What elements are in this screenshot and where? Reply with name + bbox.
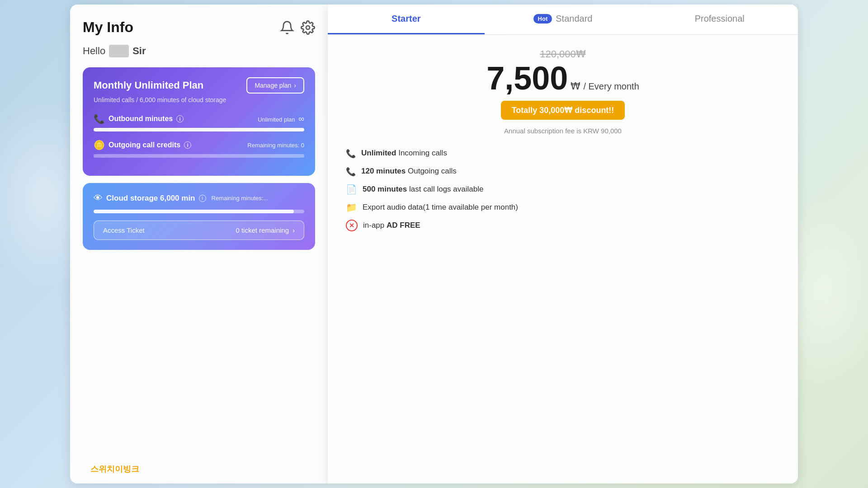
right-panel: Starter Hot Standard Professional 120,00…	[328, 5, 798, 483]
feature-call-logs: 500 minutes last call logs available	[346, 183, 780, 195]
outbound-info-icon[interactable]: i	[176, 115, 184, 122]
bottom-brand: 스위치이빙크	[90, 464, 174, 474]
feature-bold-1: Unlimited	[361, 149, 396, 157]
plan-name: Monthly Unlimited Plan	[94, 80, 203, 91]
panel-header: My Info	[83, 19, 315, 36]
header-icons	[280, 20, 315, 35]
tab-standard-label: Standard	[556, 14, 592, 24]
tab-starter-label: Starter	[392, 14, 420, 24]
outbound-progress-bar	[94, 128, 304, 131]
eye-icon	[94, 193, 103, 203]
price-unit: ₩	[571, 80, 580, 92]
credits-info-icon[interactable]: i	[184, 141, 191, 149]
storage-info-icon[interactable]: i	[199, 195, 206, 202]
feature-bold-4: AD FREE	[387, 221, 420, 230]
infinity-icon: ∞	[298, 114, 304, 123]
tab-professional-label: Professional	[695, 14, 745, 24]
greeting: Hello Sir	[83, 45, 315, 57]
left-panel: My Info Hello Sir	[70, 5, 328, 483]
outbound-section: Outbound minutes i Unlimited plan ∞	[94, 113, 304, 131]
greeting-suffix: Sir	[132, 45, 146, 57]
feature-export-audio: Export audio data(1 time available per m…	[346, 202, 780, 213]
tabs-container: Starter Hot Standard Professional	[328, 5, 798, 35]
storage-card: Cloud storage 6,000 min i Remaining minu…	[83, 183, 315, 250]
svg-point-0	[306, 26, 310, 29]
folder-icon	[346, 202, 357, 213]
phone-outgoing-icon	[346, 165, 356, 177]
storage-progress-bar	[94, 210, 304, 213]
chevron-right-icon: ›	[292, 226, 295, 234]
outbound-progress-fill	[94, 128, 304, 131]
outbound-value: Unlimited plan	[258, 116, 295, 123]
access-ticket-button[interactable]: Access Ticket 0 ticket remaining ›	[94, 221, 304, 240]
greeting-prefix: Hello	[83, 45, 105, 57]
tab-professional[interactable]: Professional	[641, 5, 798, 34]
credits-label: Outgoing call credits i Remaining minute…	[94, 140, 304, 150]
outbound-label-text: Outbound minutes	[108, 115, 173, 123]
credits-progress-bar	[94, 154, 304, 158]
avatar	[109, 45, 129, 57]
settings-icon[interactable]	[301, 20, 315, 35]
discount-badge: Totally 30,000₩ discount!!	[501, 101, 625, 120]
storage-remaining: Remaining minutes:...	[212, 195, 269, 202]
doc-icon	[346, 183, 357, 195]
price-period: / Every month	[583, 81, 639, 92]
feature-no-ad: ✕ in-app AD FREE	[346, 220, 780, 231]
ticket-right: 0 ticket remaining ›	[236, 226, 295, 234]
no-ad-icon: ✕	[346, 220, 358, 231]
features-list: Unlimited Incoming calls 120 minutes Out…	[346, 147, 780, 231]
plan-card: Monthly Unlimited Plan Manage plan › Unl…	[83, 67, 315, 176]
phone-icon	[94, 113, 105, 124]
coins-icon	[94, 140, 105, 150]
storage-header: Cloud storage 6,000 min i Remaining minu…	[94, 193, 304, 203]
credits-label-text: Outgoing call credits	[108, 141, 180, 149]
outbound-label: Outbound minutes i Unlimited plan ∞	[94, 113, 304, 124]
phone-incoming-icon	[346, 147, 356, 159]
tab-starter[interactable]: Starter	[328, 5, 485, 34]
ticket-label: Access Ticket	[103, 226, 145, 234]
price-number: 7,500	[486, 62, 568, 94]
hot-badge: Hot	[533, 14, 552, 23]
manage-plan-button[interactable]: Manage plan ›	[246, 77, 304, 94]
credits-section: Outgoing call credits i Remaining minute…	[94, 140, 304, 158]
credits-value: Remaining minutes: 0	[247, 142, 304, 149]
plan-description: Unlimited calls / 6,000 minutes of cloud…	[94, 96, 304, 103]
plan-card-header: Monthly Unlimited Plan Manage plan ›	[94, 77, 304, 94]
feature-bold-2: 120 minutes	[361, 167, 406, 175]
pricing-content: 120,000₩ 7,500 ₩ / Every month Totally 3…	[328, 35, 798, 483]
storage-progress-fill	[94, 210, 294, 213]
storage-progress	[94, 210, 304, 213]
feature-bold-3: 500 minutes	[363, 185, 407, 193]
tab-standard[interactable]: Hot Standard	[485, 5, 642, 34]
storage-title: Cloud storage 6,000 min	[106, 194, 195, 203]
ticket-value: 0 ticket remaining	[236, 226, 289, 234]
original-price: 120,000₩	[346, 48, 780, 60]
feature-unlimited-incoming: Unlimited Incoming calls	[346, 147, 780, 159]
main-price: 7,500 ₩ / Every month	[346, 62, 780, 94]
main-container: My Info Hello Sir	[70, 5, 798, 483]
page-title: My Info	[83, 19, 133, 36]
annual-note: Annual subscription fee is KRW 90,000	[346, 127, 780, 135]
notification-icon[interactable]	[280, 20, 294, 35]
bottom-korean: 스위치가 더 좋아질 수 있도록 스위치이빙크	[90, 454, 174, 474]
feature-outgoing-minutes: 120 minutes Outgoing calls	[346, 165, 780, 177]
